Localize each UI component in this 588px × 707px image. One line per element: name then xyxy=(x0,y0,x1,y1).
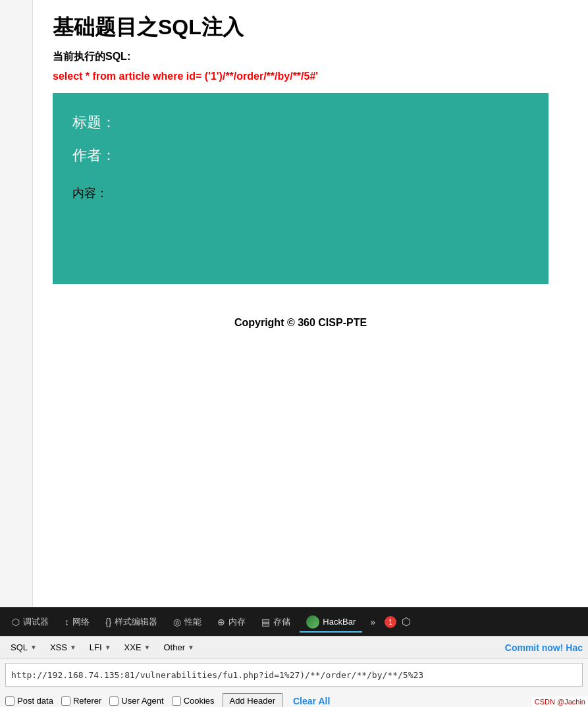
hackbar-url-row xyxy=(0,659,588,691)
post-data-checkbox-item[interactable]: Post data xyxy=(5,696,53,706)
devtools-more-button[interactable]: » xyxy=(365,613,381,631)
add-header-button[interactable]: Add Header xyxy=(223,693,282,707)
current-sql-label: 当前执行的SQL: xyxy=(53,50,548,64)
article-box: 标题： 作者： 内容： xyxy=(53,93,548,284)
hackbar-menu-sql[interactable]: SQL ▼ xyxy=(5,640,42,654)
tab-memory[interactable]: ⊕ 内存 xyxy=(211,612,252,632)
tab-memory-label: 内存 xyxy=(228,616,246,628)
hackbar-footer: Post data Referer User Agent Cookies Add… xyxy=(0,691,588,707)
hackbar-menu-other[interactable]: Other ▼ xyxy=(158,640,199,654)
tab-storage-label: 存储 xyxy=(273,616,290,628)
hackbar-menu-xss[interactable]: XSS ▼ xyxy=(45,640,82,654)
tab-debugger[interactable]: ⬡ 调试器 xyxy=(5,612,55,632)
sql-statement: select * from article where id= ('1')/**… xyxy=(53,71,548,82)
cookies-label: Cookies xyxy=(184,696,215,706)
left-sidebar xyxy=(0,0,33,607)
devtools-bar: ⬡ 调试器 ↕ 网络 {} 样式编辑器 ◎ 性能 ⊕ 内存 ▤ 存储 HackB… xyxy=(0,607,588,636)
post-data-checkbox[interactable] xyxy=(5,696,14,706)
url-input[interactable] xyxy=(5,663,583,687)
page-content: 基础题目之SQL注入 当前执行的SQL: select * from artic… xyxy=(0,0,588,355)
sql-arrow-icon: ▼ xyxy=(30,644,37,651)
other-arrow-icon: ▼ xyxy=(188,644,194,651)
other-menu-label: Other xyxy=(163,642,185,652)
copyright: Copyright © 360 CISP-PTE xyxy=(53,304,548,342)
tab-style-editor[interactable]: {} 样式编辑器 xyxy=(99,612,164,632)
tab-hackbar[interactable]: HackBar xyxy=(300,611,362,633)
hackbar-menu-xxe[interactable]: XXE ▼ xyxy=(119,640,156,654)
storage-icon: ▤ xyxy=(261,617,270,627)
referer-label: Referer xyxy=(73,696,101,706)
clear-all-button[interactable]: Clear All xyxy=(293,696,330,706)
referer-checkbox-item[interactable]: Referer xyxy=(61,696,101,706)
cookies-checkbox[interactable] xyxy=(172,696,181,706)
hackbar-panel: SQL ▼ XSS ▼ LFI ▼ XXE ▼ Other ▼ Commit n… xyxy=(0,636,588,707)
tab-hackbar-label: HackBar xyxy=(323,617,356,627)
content-field: 内容： xyxy=(72,185,529,201)
referer-checkbox[interactable] xyxy=(61,696,70,706)
tab-storage[interactable]: ▤ 存储 xyxy=(255,612,297,632)
user-agent-label: User Agent xyxy=(121,696,163,706)
tab-performance[interactable]: ◎ 性能 xyxy=(167,612,208,632)
cookies-checkbox-item[interactable]: Cookies xyxy=(172,696,215,706)
tab-style-editor-label: 样式编辑器 xyxy=(115,616,157,628)
sql-menu-label: SQL xyxy=(11,642,28,652)
page-title: 基础题目之SQL注入 xyxy=(53,13,548,42)
tab-debugger-label: 调试器 xyxy=(23,616,49,628)
hackbar-menu-lfi[interactable]: LFI ▼ xyxy=(84,640,117,654)
debugger-icon: ⬡ xyxy=(12,617,20,627)
xxe-arrow-icon: ▼ xyxy=(144,644,151,651)
title-field: 标题： xyxy=(72,113,529,132)
performance-icon: ◎ xyxy=(173,617,181,627)
lfi-arrow-icon: ▼ xyxy=(105,644,111,651)
style-editor-icon: {} xyxy=(105,617,111,627)
csdn-watermark: CSDN @Jachin xyxy=(532,696,588,707)
post-data-label: Post data xyxy=(17,696,53,706)
author-field: 作者： xyxy=(72,146,529,165)
tab-network-label: 网络 xyxy=(72,616,90,628)
commit-button[interactable]: Commit now! Hac xyxy=(505,642,583,653)
user-agent-checkbox-item[interactable]: User Agent xyxy=(109,696,163,706)
devtools-close-icon[interactable]: ⬡ xyxy=(399,611,414,632)
memory-icon: ⊕ xyxy=(217,617,225,627)
tab-network[interactable]: ↕ 网络 xyxy=(58,612,96,632)
user-agent-checkbox[interactable] xyxy=(109,696,119,706)
xxe-menu-label: XXE xyxy=(124,642,142,652)
hackbar-icon xyxy=(306,615,319,629)
xss-arrow-icon: ▼ xyxy=(70,644,76,651)
lfi-menu-label: LFI xyxy=(90,642,102,652)
xss-menu-label: XSS xyxy=(50,642,67,652)
network-icon: ↕ xyxy=(65,617,69,627)
hackbar-toolbar: SQL ▼ XSS ▼ LFI ▼ XXE ▼ Other ▼ Commit n… xyxy=(0,636,588,659)
error-badge: 1 xyxy=(385,616,396,628)
tab-performance-label: 性能 xyxy=(184,616,201,628)
